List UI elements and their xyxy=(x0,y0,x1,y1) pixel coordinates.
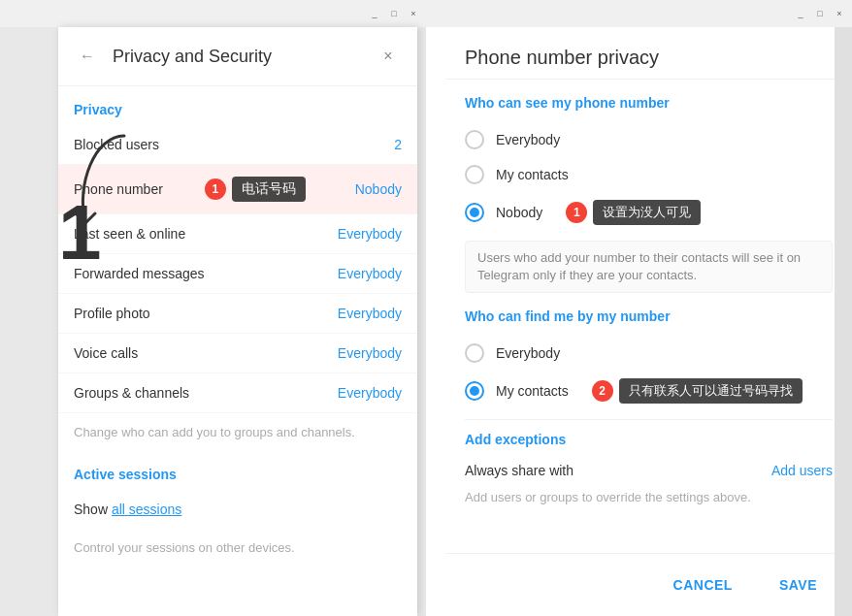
left-titlebar: _ □ × xyxy=(0,0,426,27)
phone-number-item[interactable]: Phone number 1 电话号码 Nobody xyxy=(58,165,417,214)
profile-photo-value: Everybody xyxy=(338,306,402,321)
everybody-option-2[interactable]: Everybody xyxy=(465,336,833,371)
nobody-tooltip: 设置为没人可见 xyxy=(593,200,701,225)
sessions-desc: Control your sessions on other devices. xyxy=(58,529,417,567)
forwarded-messages-item[interactable]: Forwarded messages Everybody xyxy=(58,254,417,294)
active-sessions-header: Active sessions xyxy=(58,451,417,490)
close-btn-right[interactable]: × xyxy=(833,7,846,20)
privacy-title: Privacy and Security xyxy=(113,47,363,67)
my-contacts-option-1[interactable]: My contacts xyxy=(465,157,833,192)
voice-calls-item[interactable]: Voice calls Everybody xyxy=(58,334,417,373)
all-sessions-link[interactable]: all sessions xyxy=(112,502,181,517)
privacy-section-header: Privacy xyxy=(58,86,417,125)
show-all-sessions[interactable]: Show all sessions xyxy=(58,490,417,529)
profile-photo-label: Profile photo xyxy=(74,306,150,321)
forwarded-messages-value: Everybody xyxy=(338,266,402,281)
blocked-users-item[interactable]: Blocked users 2 xyxy=(58,125,417,165)
save-button[interactable]: SAVE xyxy=(764,569,833,600)
privacy-header: ← Privacy and Security × xyxy=(58,27,417,86)
phone-privacy-header: Phone number privacy xyxy=(445,27,852,80)
phone-privacy-dialog: Phone number privacy Who can see my phon… xyxy=(445,27,852,616)
my-contacts-radio-1[interactable] xyxy=(465,165,484,184)
left-window: _ □ × ← Privacy and Security × Privacy B… xyxy=(0,0,426,616)
contacts-tooltip: 只有联系人可以通过号码寻找 xyxy=(619,378,803,404)
phone-number-label: Phone number xyxy=(74,181,163,197)
phone-tooltip: 电话号码 xyxy=(232,177,306,202)
blocked-users-label: Blocked users xyxy=(74,137,159,152)
profile-photo-item[interactable]: Profile photo Everybody xyxy=(58,294,417,334)
section2-title: Who can find me by my number xyxy=(465,308,833,324)
groups-channels-value: Everybody xyxy=(338,385,402,401)
cancel-button[interactable]: CANCEL xyxy=(658,569,748,600)
groups-desc: Change who can add you to groups and cha… xyxy=(58,413,417,451)
my-contacts-label-2: My contacts xyxy=(496,383,569,399)
add-exceptions-title: Add exceptions xyxy=(465,432,833,447)
exceptions-desc: Add users or groups to override the sett… xyxy=(465,490,833,504)
groups-channels-item[interactable]: Groups & channels Everybody xyxy=(58,373,417,413)
my-contacts-radio-2[interactable] xyxy=(465,381,484,401)
privacy-security-dialog: ← Privacy and Security × Privacy Blocked… xyxy=(58,27,417,616)
nobody-option[interactable]: Nobody 1 设置为没人可见 xyxy=(465,192,833,233)
voice-calls-label: Voice calls xyxy=(74,345,138,361)
right-window: _ □ × Phone number privacy Who can see m… xyxy=(426,0,852,616)
minimize-btn[interactable]: _ xyxy=(368,7,381,20)
phone-privacy-title: Phone number privacy xyxy=(465,47,833,69)
groups-channels-label: Groups & channels xyxy=(74,385,189,401)
step-1-circle: 1 xyxy=(205,178,226,200)
my-contacts-label-1: My contacts xyxy=(496,167,569,182)
nobody-radio[interactable] xyxy=(465,203,484,222)
everybody-option-1[interactable]: Everybody xyxy=(465,122,833,157)
blocked-users-badge: 2 xyxy=(394,137,402,152)
last-seen-value: Everybody xyxy=(338,226,402,242)
divider-1 xyxy=(465,419,833,420)
my-contacts-option-2[interactable]: My contacts 2 只有联系人可以通过号码寻找 xyxy=(465,371,833,411)
always-share-row: Always share with Add users xyxy=(465,455,833,486)
maximize-btn-right[interactable]: □ xyxy=(813,7,827,20)
everybody-radio-1[interactable] xyxy=(465,130,484,149)
phone-number-value: Nobody xyxy=(355,181,402,197)
everybody-label-1: Everybody xyxy=(496,132,560,147)
privacy-body: Privacy Blocked users 2 Phone number 1 电… xyxy=(58,86,417,616)
minimize-btn-right[interactable]: _ xyxy=(794,7,807,20)
everybody-radio-2[interactable] xyxy=(465,343,484,363)
section1-title: Who can see my phone number xyxy=(465,95,833,111)
privacy-close-button[interactable]: × xyxy=(375,43,402,70)
add-users-link[interactable]: Add users xyxy=(771,463,833,478)
right-titlebar: _ □ × xyxy=(426,0,852,27)
step-2-right: 2 xyxy=(592,380,613,402)
step-1-right: 1 xyxy=(566,202,587,223)
everybody-label-2: Everybody xyxy=(496,345,560,361)
maximize-btn[interactable]: □ xyxy=(387,7,401,20)
section1-info: Users who add your number to their conta… xyxy=(465,241,833,293)
last-seen-item[interactable]: Last seen & online Everybody xyxy=(58,214,417,254)
last-seen-label: Last seen & online xyxy=(74,226,185,242)
nobody-label: Nobody xyxy=(496,205,542,220)
back-button[interactable]: ← xyxy=(74,43,101,70)
phone-privacy-body: Who can see my phone number Everybody My… xyxy=(445,80,852,553)
close-btn-left[interactable]: × xyxy=(407,7,420,20)
voice-calls-value: Everybody xyxy=(338,345,402,361)
phone-privacy-footer: CANCEL SAVE xyxy=(445,553,852,616)
always-share-label: Always share with xyxy=(465,463,573,478)
forwarded-messages-label: Forwarded messages xyxy=(74,266,205,281)
